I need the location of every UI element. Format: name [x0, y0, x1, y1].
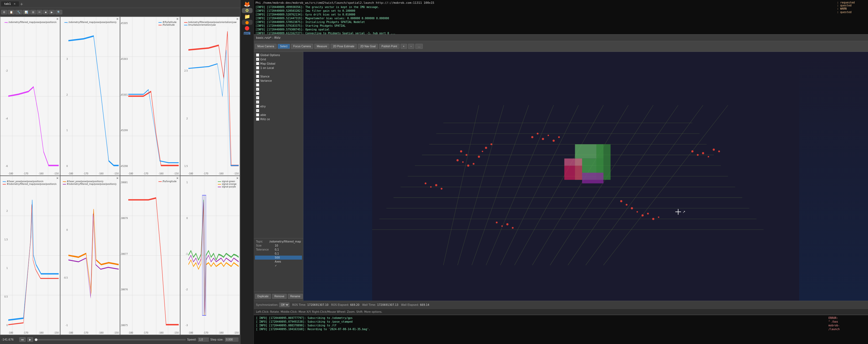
display-row-blank2[interactable]: [255, 83, 302, 87]
terminal-header: Phi /home/mobrob-dev/mobrob_ws/src/cmd2t…: [255, 1, 834, 4]
timeline-rewind[interactable]: ⏮: [19, 337, 26, 342]
app-icon-firefox[interactable]: 🦊: [242, 1, 252, 7]
tb-black[interactable]: ■: [43, 10, 49, 14]
status-wall-time: Wall Time: 1720691307.13: [362, 303, 398, 306]
display-check-blank4[interactable]: [256, 92, 259, 95]
btn-plus[interactable]: +: [401, 44, 407, 49]
display-row-able[interactable]: able: [255, 113, 302, 117]
timeline-thumb[interactable]: [35, 338, 37, 341]
ros-time-value: 1720691307.10: [307, 303, 329, 306]
app-icon-phi[interactable]: Φ: [242, 8, 252, 13]
display-row-rvizce[interactable]: RViz ce: [255, 117, 302, 121]
tb-chart[interactable]: 📊: [23, 10, 30, 14]
plot-yaxis-3: 52.4530552.4530352.4530152.4529952.45298: [120, 22, 128, 168]
btn-rename[interactable]: Rename: [288, 294, 303, 299]
svg-point-57: [512, 227, 514, 229]
tb-copy[interactable]: 📋: [8, 10, 15, 14]
plot-cell-7[interactable]: ✕ /fix/longitude 13.3868113.3867913.3867…: [120, 176, 180, 335]
term-right-1: : requested: [837, 1, 867, 4]
plot-cell-1[interactable]: ✕ /odometry/filtered_map/pose/pose/posit…: [0, 16, 60, 176]
plot-xaxis-2: -180-170-160-150: [68, 173, 119, 175]
btn-select[interactable]: Select: [278, 44, 290, 49]
display-row-mapglobal[interactable]: Map Global: [255, 61, 302, 66]
timeline-play[interactable]: ▶: [27, 337, 33, 342]
viewport-3d[interactable]: ↗: [303, 52, 868, 301]
display-row-global[interactable]: Global Options: [255, 53, 302, 57]
timeline-track[interactable]: [35, 339, 186, 341]
display-row-blank7[interactable]: ✓: [255, 108, 302, 113]
plot-cell-5[interactable]: ✕ #/laser_pose/pose/pose/position/x #/od…: [0, 176, 60, 335]
svg-point-31: [482, 151, 483, 152]
display-check-blank7[interactable]: ✓: [256, 109, 259, 112]
btn-measure[interactable]: Measure: [314, 44, 330, 49]
btn-dots[interactable]: …: [415, 44, 423, 49]
plot-cell-3[interactable]: ✕ #/fix/latitude /fix/latitude 52.453055…: [120, 16, 180, 176]
display-row-blank4[interactable]: [255, 91, 302, 96]
display-row-stance[interactable]: Stance: [255, 74, 302, 78]
display-check-local[interactable]: [256, 66, 259, 69]
display-row-variance[interactable]: ✓ Variance: [255, 78, 302, 83]
plot-cell-8[interactable]: ✕ signal-green signal-orange signal-purp…: [180, 176, 240, 335]
display-label-local: 1 on Local: [260, 67, 274, 69]
display-check-global[interactable]: [256, 54, 259, 57]
display-check-blank2[interactable]: [256, 83, 259, 87]
rviz-app-sidebar: [241, 35, 254, 344]
speed-input[interactable]: [198, 338, 209, 342]
display-check-mapglobal[interactable]: [256, 62, 259, 65]
display-check-rvizce[interactable]: [256, 117, 259, 121]
rviz-displays-list[interactable]: Global Options ✓ Grid Map Global 1 o: [254, 52, 303, 238]
display-row-local[interactable]: 1 on Local: [255, 66, 302, 70]
rviz-3d-viewport[interactable]: ↗: [303, 52, 868, 301]
tb-zoom[interactable]: 🔍: [55, 10, 62, 14]
plot-cell-2[interactable]: ✕ /odometry/filtered_map/pose/pose/posit…: [60, 16, 120, 176]
display-row-etry[interactable]: etry: [255, 104, 302, 108]
display-check-stance[interactable]: [256, 75, 259, 78]
tb-grid[interactable]: ⊞: [30, 10, 36, 14]
legend-text-4b: /imu/data/orientation/yaw: [188, 24, 216, 26]
display-check-variance[interactable]: ✓: [256, 79, 259, 82]
prop-buffer[interactable]: 500: [255, 255, 302, 260]
plot-cell-6[interactable]: ✕ #/laser_pose/pose/pose/position/y #/od…: [60, 176, 120, 335]
app-icon-redcircle[interactable]: ⬤: [242, 25, 252, 30]
tab-add-btn[interactable]: +: [20, 2, 23, 6]
legend-text-4a: /odometry/filtered/pose/pose/orientation…: [188, 21, 237, 24]
app-icon-folder[interactable]: 📁: [242, 13, 252, 19]
svg-point-25: [466, 154, 467, 156]
display-check-blank1[interactable]: [256, 70, 259, 74]
btn-duplicate[interactable]: Duplicate: [255, 294, 271, 299]
display-row-grid[interactable]: ✓ Grid: [255, 57, 302, 61]
app-icon-robot[interactable]: ●: [242, 20, 252, 25]
wall-elapsed-label: Wall Elapsed:: [401, 303, 419, 306]
sync-select[interactable]: Off On: [279, 303, 289, 307]
tb-config[interactable]: 🔧: [15, 10, 22, 14]
btn-remove[interactable]: Remove: [272, 294, 287, 299]
display-check-blank6[interactable]: ✓: [256, 100, 259, 104]
tb-edit[interactable]: ✏: [37, 10, 42, 14]
btn-publish-point[interactable]: Publish Point: [379, 44, 399, 49]
display-row-blank1[interactable]: [255, 70, 302, 74]
step-input[interactable]: [225, 338, 238, 342]
tb-settings[interactable]: ⚙: [1, 10, 7, 14]
btn-focus-camera[interactable]: Focus Camera: [291, 44, 313, 49]
btn-move-camera[interactable]: Move Camera: [255, 44, 277, 49]
bterm-right-3: mobrob-: [829, 324, 866, 328]
tab-close-btn[interactable]: ✕: [13, 2, 16, 5]
display-check-able[interactable]: [256, 113, 259, 116]
svg-rect-67: [582, 173, 603, 183]
display-row-blank5[interactable]: ✓: [255, 96, 302, 100]
svg-point-46: [652, 218, 654, 220]
plot-yaxis-8: 10-1-2-3: [180, 181, 188, 326]
display-row-blank6[interactable]: ✓: [255, 100, 302, 104]
tab-tab1[interactable]: tab1 ✕: [1, 1, 19, 6]
plot-cell-4[interactable]: ✕ /odometry/filtered/pose/pose/orientati…: [180, 16, 240, 176]
btn-pose-estimate[interactable]: 2D Pose Estimate: [331, 44, 357, 49]
svg-point-59: [430, 186, 432, 187]
display-check-blank3[interactable]: ✓: [256, 88, 259, 91]
display-check-etry[interactable]: [256, 105, 259, 108]
btn-nav-goal[interactable]: 2D Nav Goal: [358, 44, 378, 49]
btn-minus[interactable]: −: [408, 44, 414, 49]
tb-play[interactable]: ▶: [49, 10, 55, 14]
display-check-blank5[interactable]: ✓: [256, 96, 259, 99]
display-check-grid[interactable]: ✓: [256, 58, 259, 61]
display-row-blank3[interactable]: ✓: [255, 87, 302, 91]
